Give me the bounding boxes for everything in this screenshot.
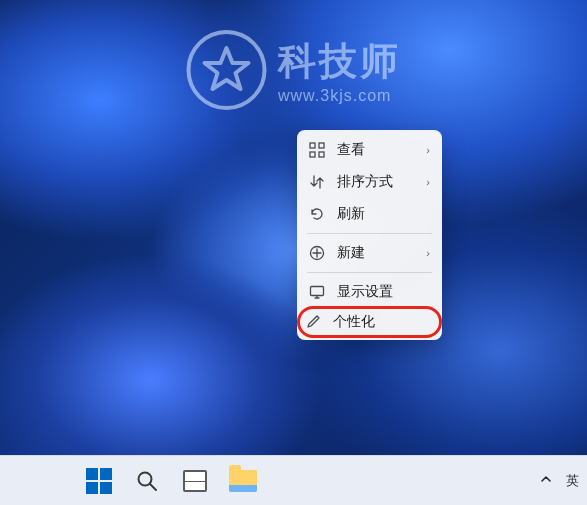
svg-marker-0 xyxy=(204,48,248,89)
sort-icon xyxy=(309,174,325,190)
menu-item-display-settings[interactable]: 显示设置 xyxy=(301,276,438,308)
menu-item-view[interactable]: 查看 › xyxy=(301,134,438,166)
tray-overflow-button[interactable] xyxy=(540,473,552,488)
svg-rect-2 xyxy=(319,143,324,148)
taskbar-center xyxy=(78,460,264,502)
file-explorer-button[interactable] xyxy=(222,460,264,502)
taskview-button[interactable] xyxy=(174,460,216,502)
desktop[interactable]: 科技师 www.3kjs.com 查看 › 排序方式 › 刷新 xyxy=(0,0,587,455)
chevron-right-icon: › xyxy=(426,176,430,188)
menu-item-personalize[interactable]: 个性化 xyxy=(297,306,442,338)
personalize-icon xyxy=(305,314,321,330)
chevron-up-icon xyxy=(540,473,552,485)
menu-label: 排序方式 xyxy=(337,173,426,191)
menu-label: 新建 xyxy=(337,244,426,262)
menu-item-new[interactable]: 新建 › xyxy=(301,237,438,269)
menu-item-refresh[interactable]: 刷新 xyxy=(301,198,438,230)
menu-label: 个性化 xyxy=(333,313,434,331)
menu-label: 查看 xyxy=(337,141,426,159)
svg-rect-3 xyxy=(310,152,315,157)
refresh-icon xyxy=(309,206,325,222)
folder-icon xyxy=(229,470,257,492)
watermark: 科技师 www.3kjs.com xyxy=(186,30,401,110)
watermark-url: www.3kjs.com xyxy=(278,87,401,105)
svg-rect-1 xyxy=(310,143,315,148)
watermark-logo-icon xyxy=(186,30,266,110)
menu-divider xyxy=(307,233,432,234)
display-icon xyxy=(309,284,325,300)
chevron-right-icon: › xyxy=(426,247,430,259)
menu-item-sort[interactable]: 排序方式 › xyxy=(301,166,438,198)
menu-label: 显示设置 xyxy=(337,283,430,301)
chevron-right-icon: › xyxy=(426,144,430,156)
svg-rect-6 xyxy=(311,287,324,296)
search-icon xyxy=(135,469,159,493)
taskbar: 英 xyxy=(0,455,587,505)
menu-divider xyxy=(307,272,432,273)
svg-rect-4 xyxy=(319,152,324,157)
windows-logo-icon xyxy=(86,468,112,494)
ime-indicator[interactable]: 英 xyxy=(566,472,579,490)
search-button[interactable] xyxy=(126,460,168,502)
new-icon xyxy=(309,245,325,261)
taskview-icon xyxy=(183,470,207,492)
start-button[interactable] xyxy=(78,460,120,502)
system-tray: 英 xyxy=(540,472,587,490)
watermark-title: 科技师 xyxy=(278,36,401,87)
menu-label: 刷新 xyxy=(337,205,430,223)
view-icon xyxy=(309,142,325,158)
desktop-context-menu: 查看 › 排序方式 › 刷新 新建 › xyxy=(297,130,442,340)
